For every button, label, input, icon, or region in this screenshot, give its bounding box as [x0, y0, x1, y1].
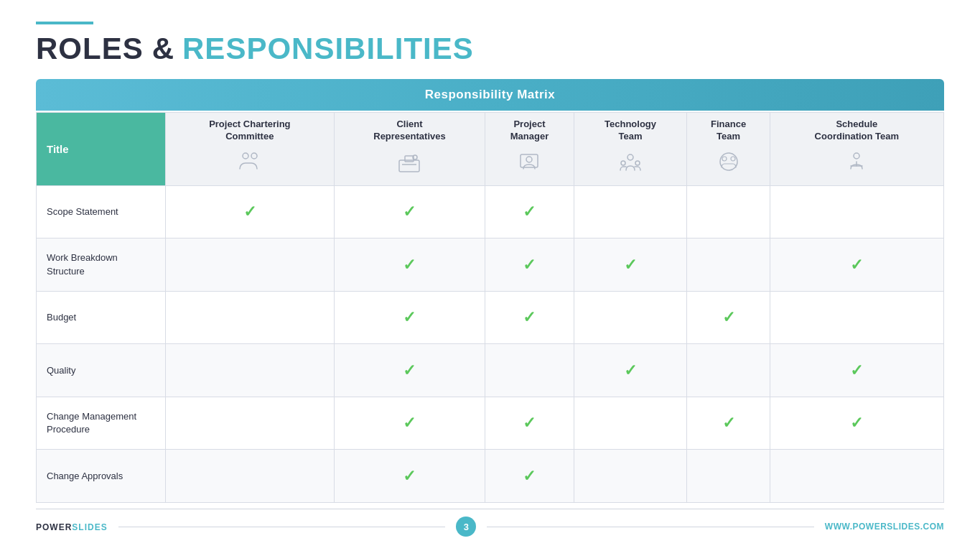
svg-point-0: [243, 153, 248, 159]
row-label: Budget: [37, 291, 166, 344]
col-icon-technology-team: [579, 149, 683, 180]
checkmark-icon: ✓: [523, 308, 536, 327]
checkmark-icon: ✓: [850, 361, 863, 380]
col-label-project-chartering: Project CharteringCommittee: [170, 119, 330, 143]
table-row: Scope Statement✓✓✓: [37, 185, 944, 239]
check-cell: ✓: [687, 291, 770, 344]
col-icon-client-rep: [339, 149, 481, 180]
check-cell: [574, 397, 687, 450]
check-cell: ✓: [574, 239, 687, 292]
checkmark-icon: ✓: [722, 414, 735, 432]
col-header-schedule-coordination: ScheduleCoordination Team: [770, 113, 943, 186]
check-cell: [574, 185, 687, 239]
matrix-container: Responsibility Matrix Title Project Char…: [36, 79, 944, 503]
table-row: Quality✓✓✓: [37, 344, 944, 397]
check-cell: ✓: [485, 291, 574, 344]
title-column-header: Title: [37, 113, 166, 186]
check-cell: ✓: [485, 185, 574, 239]
check-cell: ✓: [485, 450, 574, 503]
checkmark-icon: ✓: [403, 414, 416, 432]
col-label-client-rep: ClientRepresentatives: [339, 119, 481, 143]
check-cell: ✓: [334, 450, 485, 503]
footer-url: WWW.POWERSLIDES.COM: [825, 522, 944, 532]
check-cell: ✓: [485, 239, 574, 292]
col-header-client-rep: ClientRepresentatives: [334, 113, 485, 186]
check-cell: ✓: [334, 291, 485, 344]
footer-line-left: [118, 527, 446, 527]
svg-point-6: [526, 157, 532, 162]
col-label-finance-team: FinanceTeam: [691, 119, 765, 143]
check-cell: [166, 450, 335, 503]
col-label-schedule-coordination: ScheduleCoordination Team: [775, 119, 939, 143]
svg-point-11: [722, 157, 727, 161]
col-icon-schedule-coordination: [775, 149, 939, 180]
checkmark-icon: ✓: [624, 361, 637, 380]
footer-brand: POWERSLIDES: [36, 520, 108, 533]
check-cell: [166, 344, 335, 397]
checkmark-icon: ✓: [403, 308, 416, 327]
title-ampersand: &: [152, 32, 174, 66]
col-label-technology-team: TechnologyTeam: [579, 119, 683, 143]
col-icon-finance-team: [691, 149, 765, 180]
row-label: Scope Statement: [37, 185, 166, 239]
checkmark-icon: ✓: [403, 361, 416, 380]
title-row: ROLES & RESPONSIBILITIES: [36, 32, 944, 66]
check-cell: [687, 450, 770, 503]
svg-point-12: [731, 157, 735, 161]
check-cell: [166, 291, 335, 344]
svg-point-1: [251, 153, 257, 159]
table-row: Work BreakdownStructure✓✓✓✓: [37, 239, 944, 292]
check-cell: [166, 397, 335, 450]
svg-point-9: [635, 161, 640, 165]
row-label: Work BreakdownStructure: [37, 239, 166, 292]
footer-line-right: [487, 527, 814, 527]
checkmark-icon: ✓: [243, 203, 256, 221]
checkmark-icon: ✓: [523, 203, 536, 221]
check-cell: ✓: [334, 185, 485, 239]
col-header-technology-team: TechnologyTeam: [574, 113, 687, 186]
top-accent: [36, 22, 93, 24]
check-cell: ✓: [166, 185, 335, 239]
check-cell: [166, 239, 335, 292]
col-header-project-chartering: Project CharteringCommittee: [166, 113, 335, 186]
checkmark-icon: ✓: [523, 414, 536, 432]
check-cell: ✓: [485, 397, 574, 450]
checkmark-icon: ✓: [403, 256, 416, 274]
check-cell: ✓: [770, 239, 943, 292]
check-cell: [770, 291, 943, 344]
footer: POWERSLIDES 3 WWW.POWERSLIDES.COM: [36, 509, 944, 537]
check-cell: [687, 239, 770, 292]
check-cell: ✓: [687, 397, 770, 450]
svg-point-13: [854, 153, 859, 159]
checkmark-icon: ✓: [850, 414, 863, 432]
check-cell: [687, 344, 770, 397]
check-cell: [687, 185, 770, 239]
checkmark-icon: ✓: [403, 467, 416, 486]
check-cell: [574, 450, 687, 503]
checkmark-icon: ✓: [722, 308, 735, 327]
checkmark-icon: ✓: [850, 256, 863, 274]
check-cell: ✓: [770, 344, 943, 397]
col-icon-project-chartering: [170, 149, 330, 180]
title-part2: RESPONSIBILITIES: [182, 32, 474, 66]
row-label: Change Approvals: [37, 450, 166, 503]
row-label: Quality: [37, 344, 166, 397]
check-cell: ✓: [334, 344, 485, 397]
check-cell: [574, 291, 687, 344]
checkmark-icon: ✓: [523, 467, 536, 486]
checkmark-icon: ✓: [403, 203, 416, 221]
svg-point-8: [621, 161, 625, 165]
col-header-project-manager: ProjectManager: [485, 113, 574, 186]
check-cell: [485, 344, 574, 397]
row-label: Change ManagementProcedure: [37, 397, 166, 450]
checkmark-icon: ✓: [624, 256, 637, 274]
title-part1: ROLES: [36, 32, 144, 66]
svg-rect-3: [405, 156, 414, 162]
col-icon-project-manager: [490, 149, 569, 180]
check-cell: [770, 450, 943, 503]
responsibility-matrix: Title Project CharteringCommittee: [36, 112, 944, 503]
checkmark-icon: ✓: [523, 256, 536, 274]
check-cell: ✓: [770, 397, 943, 450]
matrix-header-bar: Responsibility Matrix: [36, 79, 944, 111]
footer-page-number: 3: [456, 517, 476, 537]
